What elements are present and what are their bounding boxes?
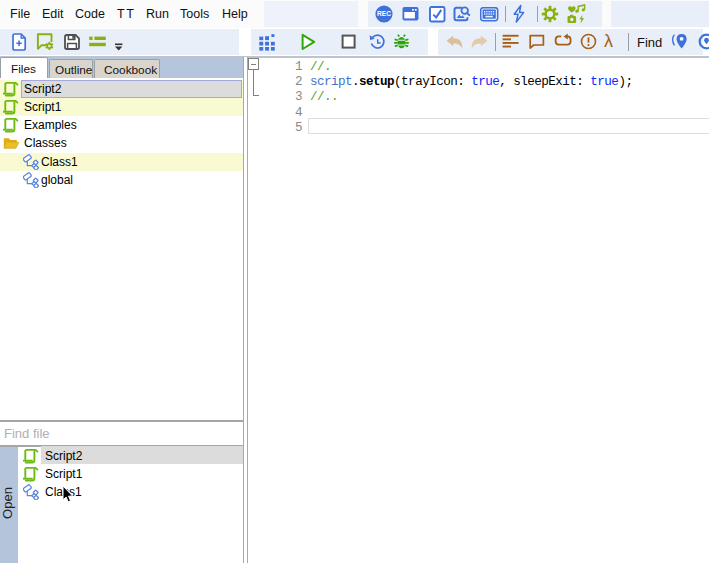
svg-text:REC: REC <box>377 10 391 17</box>
